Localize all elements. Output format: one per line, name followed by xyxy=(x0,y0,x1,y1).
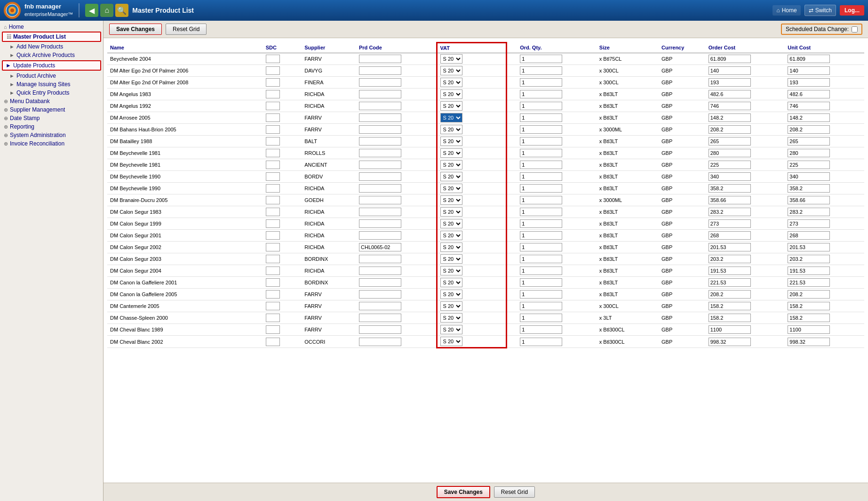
cell-prd-code[interactable] xyxy=(356,218,437,230)
sdc-input[interactable] xyxy=(266,338,280,346)
cell-prd-code[interactable] xyxy=(356,336,437,348)
cell-prd-code[interactable] xyxy=(356,136,437,147)
vat-select[interactable]: S 20 Z 0 E 0 xyxy=(440,54,462,64)
cell-vat[interactable]: S 20 Z 0 E 0 xyxy=(437,53,507,65)
order-cost-input[interactable] xyxy=(709,255,751,263)
cell-sdc[interactable] xyxy=(263,183,302,194)
unit-cost-input[interactable] xyxy=(788,325,830,334)
cell-prd-code[interactable] xyxy=(356,65,437,77)
cell-vat[interactable]: S 20 Z 0 E 0 xyxy=(437,206,507,218)
sidebar-item-manage-issuing-sites[interactable]: ► Manage Issuing Sites xyxy=(0,80,103,89)
cell-unit-cost[interactable] xyxy=(785,53,864,65)
sdc-input[interactable] xyxy=(266,278,280,287)
cell-vat[interactable]: S 20 Z 0 E 0 xyxy=(437,124,507,136)
sdc-input[interactable] xyxy=(266,325,280,334)
vat-select[interactable]: S 20 Z 0 E 0 xyxy=(440,160,462,170)
prd-code-input[interactable] xyxy=(359,149,401,157)
sidebar-item-quick-entry-products[interactable]: ► Quick Entry Products xyxy=(0,89,103,97)
order-cost-input[interactable] xyxy=(709,66,751,75)
cell-prd-code[interactable] xyxy=(356,183,437,194)
sidebar-item-date-stamp[interactable]: ⊕ Date Stamp xyxy=(0,114,103,122)
cell-unit-cost[interactable] xyxy=(785,147,864,159)
cell-order-cost[interactable] xyxy=(706,147,785,159)
sidebar-item-home[interactable]: ⌂ Home xyxy=(0,23,103,31)
cell-unit-cost[interactable] xyxy=(785,124,864,136)
cell-prd-code[interactable] xyxy=(356,324,437,336)
cell-sdc[interactable] xyxy=(263,100,302,112)
cell-ord-qty[interactable] xyxy=(517,289,597,300)
cell-sdc[interactable] xyxy=(263,300,302,312)
sdc-input[interactable] xyxy=(266,102,280,110)
cell-unit-cost[interactable] xyxy=(785,194,864,206)
order-cost-input[interactable] xyxy=(709,231,751,240)
sidebar-item-master-product-list[interactable]: ☷ Master Product List xyxy=(2,32,101,42)
cell-order-cost[interactable] xyxy=(706,230,785,242)
cell-ord-qty[interactable] xyxy=(517,183,597,194)
sdc-input[interactable] xyxy=(266,302,280,310)
order-cost-input[interactable] xyxy=(709,55,751,63)
cell-unit-cost[interactable] xyxy=(785,171,864,183)
prd-code-input[interactable] xyxy=(359,137,401,145)
cell-ord-qty[interactable] xyxy=(517,147,597,159)
cell-prd-code[interactable] xyxy=(356,89,437,100)
cell-sdc[interactable] xyxy=(263,194,302,206)
cell-sdc[interactable] xyxy=(263,124,302,136)
prd-code-input[interactable] xyxy=(359,243,401,251)
cell-ord-qty[interactable] xyxy=(517,242,597,253)
cell-ord-qty[interactable] xyxy=(517,324,597,336)
cell-prd-code[interactable] xyxy=(356,206,437,218)
vat-select[interactable]: S 20 Z 0 E 0 xyxy=(440,66,462,75)
ord-qty-input[interactable] xyxy=(520,102,562,110)
prd-code-input[interactable] xyxy=(359,302,401,310)
cell-sdc[interactable] xyxy=(263,171,302,183)
cell-sdc[interactable] xyxy=(263,253,302,265)
cell-vat[interactable]: S 20 Z 0 E 0 xyxy=(437,171,507,183)
cell-ord-qty[interactable] xyxy=(517,100,597,112)
cell-sdc[interactable] xyxy=(263,77,302,89)
prd-code-input[interactable] xyxy=(359,314,401,322)
cell-vat[interactable]: S 20 Z 0 E 0 xyxy=(437,89,507,100)
sdc-input[interactable] xyxy=(266,267,280,275)
cell-ord-qty[interactable] xyxy=(517,171,597,183)
ord-qty-input[interactable] xyxy=(520,243,562,251)
unit-cost-input[interactable] xyxy=(788,314,830,322)
cell-order-cost[interactable] xyxy=(706,183,785,194)
cell-prd-code[interactable] xyxy=(356,253,437,265)
unit-cost-input[interactable] xyxy=(788,302,830,310)
home-button[interactable]: ⌂ Home xyxy=(772,5,800,16)
cell-ord-qty[interactable] xyxy=(517,124,597,136)
ord-qty-input[interactable] xyxy=(520,314,562,322)
ord-qty-input[interactable] xyxy=(520,184,562,193)
ord-qty-input[interactable] xyxy=(520,219,562,228)
cell-order-cost[interactable] xyxy=(706,324,785,336)
ord-qty-input[interactable] xyxy=(520,149,562,157)
unit-cost-input[interactable] xyxy=(788,113,830,122)
cell-order-cost[interactable] xyxy=(706,242,785,253)
order-cost-input[interactable] xyxy=(709,90,751,98)
cell-sdc[interactable] xyxy=(263,242,302,253)
cell-ord-qty[interactable] xyxy=(517,253,597,265)
cell-order-cost[interactable] xyxy=(706,112,785,124)
cell-ord-qty[interactable] xyxy=(517,194,597,206)
cell-sdc[interactable] xyxy=(263,289,302,300)
cell-ord-qty[interactable] xyxy=(517,277,597,289)
order-cost-input[interactable] xyxy=(709,302,751,310)
sidebar-item-product-archive[interactable]: ► Product Archive xyxy=(0,72,103,80)
cell-prd-code[interactable] xyxy=(356,289,437,300)
order-cost-input[interactable] xyxy=(709,149,751,157)
cell-sdc[interactable] xyxy=(263,277,302,289)
unit-cost-input[interactable] xyxy=(788,208,830,216)
cell-sdc[interactable] xyxy=(263,324,302,336)
cell-vat[interactable]: S 20 Z 0 E 0 xyxy=(437,265,507,277)
cell-sdc[interactable] xyxy=(263,230,302,242)
vat-select[interactable]: S 20 Z 0 E 0 xyxy=(440,137,462,146)
ord-qty-input[interactable] xyxy=(520,172,562,181)
unit-cost-input[interactable] xyxy=(788,231,830,240)
sdc-input[interactable] xyxy=(266,161,280,169)
unit-cost-input[interactable] xyxy=(788,137,830,145)
sdc-input[interactable] xyxy=(266,184,280,193)
cell-sdc[interactable] xyxy=(263,218,302,230)
order-cost-input[interactable] xyxy=(709,102,751,110)
sdc-input[interactable] xyxy=(266,219,280,228)
cell-sdc[interactable] xyxy=(263,147,302,159)
